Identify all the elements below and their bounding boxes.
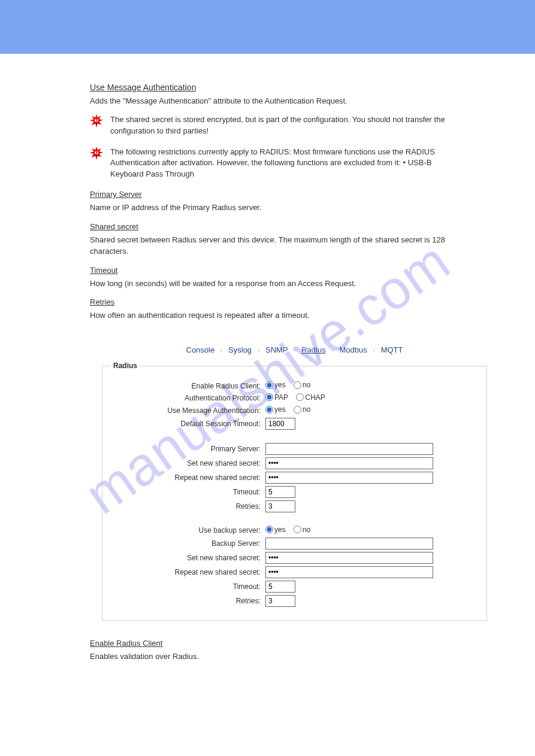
input-b-timeout[interactable] [265, 581, 295, 593]
row-set-secret: Set new shared secret: [111, 457, 478, 469]
input-retries[interactable] [265, 500, 295, 512]
input-repeat-secret[interactable] [265, 472, 433, 484]
label-set-secret: Set new shared secret: [111, 459, 265, 467]
row-b-retries: Retries: [111, 595, 478, 607]
radio-label: no [303, 526, 310, 534]
radio-input[interactable] [265, 381, 273, 389]
radio-input[interactable] [294, 381, 301, 389]
label-repeat-secret: Repeat new shared secret: [111, 473, 265, 482]
tab-snmp[interactable]: SNMP [265, 345, 288, 354]
input-b-set-secret[interactable] [265, 552, 433, 564]
label-auth-proto: Authentication Protocol: [111, 394, 265, 402]
radio-label: PAP [274, 393, 288, 402]
warning-burst-icon [90, 147, 103, 160]
radio-enable-no[interactable]: no [294, 381, 310, 389]
radio-backup-yes[interactable]: yes [265, 526, 286, 534]
text-retries: How often an authentication request is r… [90, 310, 461, 321]
row-session-timeout: Default Session Timeout: [111, 418, 478, 430]
text-primary-server: Name or IP address of the Primary Radius… [90, 202, 461, 214]
row-msg-auth: Use Message Authentication: yes no [111, 405, 478, 415]
row-b-timeout: Timeout: [111, 581, 478, 593]
radius-legend: Radius [111, 362, 140, 370]
radio-label: no [303, 405, 310, 414]
svg-rect-7 [96, 153, 97, 154]
label-backup-server: Backup Server: [111, 539, 265, 548]
label-primary-server: Primary Server: [111, 445, 265, 453]
radio-pap[interactable]: PAP [265, 393, 288, 402]
row-b-set-secret: Set new shared secret: [111, 552, 478, 564]
separator: · [331, 345, 334, 354]
heading-retries: Retries [90, 297, 499, 306]
input-b-retries[interactable] [265, 595, 295, 607]
radio-input[interactable] [294, 406, 301, 414]
input-set-secret[interactable] [265, 457, 433, 469]
tab-mqtt[interactable]: MQTT [381, 345, 403, 354]
input-primary-server[interactable] [265, 443, 433, 455]
tab-nav: Console · Syslog · SNMP · Radius · Modbu… [90, 345, 499, 354]
heading-shared-secret: Shared secret [90, 222, 499, 231]
warning-text-2: The following restrictions currently app… [110, 147, 461, 181]
radio-msgauth-no[interactable]: no [294, 405, 310, 414]
radio-msgauth-yes[interactable]: yes [265, 405, 286, 414]
input-timeout[interactable] [265, 486, 295, 498]
input-b-repeat-secret[interactable] [265, 566, 433, 578]
label-use-backup: Use backup server: [111, 526, 265, 535]
tab-console[interactable]: Console [186, 345, 215, 354]
label-b-timeout: Timeout: [111, 582, 265, 591]
input-session-timeout[interactable] [265, 418, 295, 430]
separator: · [220, 345, 223, 354]
row-timeout: Timeout: [111, 486, 478, 498]
label-timeout: Timeout: [111, 488, 265, 496]
svg-rect-6 [96, 151, 97, 153]
separator: · [258, 345, 260, 354]
radio-input[interactable] [265, 393, 273, 401]
tab-modbus[interactable]: Modbus [340, 345, 367, 354]
warning-text-1: The shared secret is stored encrypted, b… [110, 114, 461, 137]
radio-enable-yes[interactable]: yes [265, 381, 286, 389]
tab-syslog[interactable]: Syslog [228, 345, 252, 354]
row-use-backup: Use backup server: yes no [111, 526, 478, 536]
separator: · [373, 345, 375, 354]
row-backup-server: Backup Server: [111, 538, 478, 549]
row-auth-proto: Authentication Protocol: PAP CHAP [111, 393, 478, 403]
warning-block-2: The following restrictions currently app… [90, 147, 461, 181]
tab-radius[interactable]: Radius [301, 345, 325, 354]
label-b-repeat-secret: Repeat new shared secret: [111, 568, 265, 576]
radio-label: yes [274, 381, 286, 389]
row-repeat-secret: Repeat new shared secret: [111, 472, 478, 484]
radius-fieldset: Radius Enable Radius Client: yes no Auth… [102, 362, 487, 621]
row-enable-client: Enable Radius Client: yes no [111, 381, 478, 391]
radio-label: no [303, 381, 310, 389]
radio-label: CHAP [305, 393, 325, 402]
heading-timeout: Timeout [90, 266, 499, 275]
row-retries: Retries: [111, 500, 478, 512]
heading-primary-server: Primary Server [90, 190, 499, 199]
label-b-set-secret: Set new shared secret: [111, 554, 265, 562]
label-b-retries: Retries: [111, 597, 265, 605]
radio-chap[interactable]: CHAP [296, 393, 325, 402]
row-primary-server: Primary Server: [111, 443, 478, 455]
label-retries: Retries: [111, 502, 265, 511]
top-banner [0, 0, 535, 54]
svg-rect-3 [96, 122, 97, 123]
radio-input[interactable] [265, 526, 273, 533]
radio-label: yes [274, 405, 286, 414]
heading-msg-auth: Use Message Authentication [90, 83, 499, 92]
input-backup-server[interactable] [265, 538, 433, 549]
radio-input[interactable] [296, 393, 304, 401]
warning-burst-icon [90, 114, 103, 127]
warning-block-1: The shared secret is stored encrypted, b… [90, 114, 461, 137]
separator: · [294, 345, 296, 354]
svg-rect-2 [96, 119, 97, 121]
text-enable-radius: Enables validation over Radius. [90, 651, 461, 663]
radio-backup-no[interactable]: no [294, 526, 310, 534]
radio-input[interactable] [265, 406, 273, 414]
row-b-repeat-secret: Repeat new shared secret: [111, 566, 478, 578]
text-shared-secret: Shared secret between Radius server and … [90, 235, 461, 257]
radio-input[interactable] [294, 526, 301, 533]
label-session-timeout: Default Session Timeout: [111, 420, 265, 428]
page-body: Use Message Authentication Adds the "Mes… [0, 54, 535, 694]
heading-enable-radius: Enable Radius Client [90, 639, 499, 648]
radio-label: yes [274, 526, 286, 534]
text-msg-auth: Adds the "Message Authentication" attrib… [90, 96, 461, 107]
